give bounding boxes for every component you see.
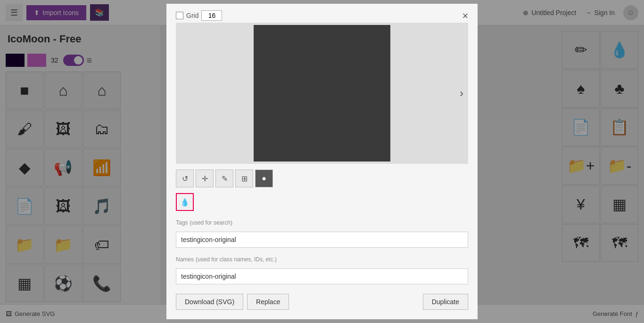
grid-control: Grid (176, 10, 222, 21)
chevron-right-icon: › (460, 87, 463, 99)
color-swatch-button[interactable]: 💧 (176, 193, 194, 211)
color-tool-button[interactable]: ● (255, 170, 273, 187)
drop-icon: 💧 (180, 198, 190, 207)
reset-tool-button[interactable]: ↺ (176, 170, 194, 187)
replace-label: Replace (256, 298, 280, 306)
modal-actions: Download (SVG) Replace Duplicate (176, 294, 468, 310)
edit-tool-button[interactable]: ✎ (215, 170, 233, 187)
grid-value-input[interactable] (201, 10, 222, 21)
names-label: Names (used for class names, IDs, etc.) (176, 255, 468, 263)
color-fill-icon: ● (262, 174, 266, 183)
color-sub-row: 💧 (176, 193, 468, 211)
modal-overlay: Grid × › ↺ ✛ ✎ ⊞ ● 💧 (0, 0, 644, 323)
next-icon-button[interactable]: › (460, 87, 463, 100)
tool-buttons: ↺ ✛ ✎ ⊞ ● (176, 170, 468, 187)
icon-edit-modal: Grid × › ↺ ✛ ✎ ⊞ ● 💧 (166, 4, 478, 319)
grid-tool-button[interactable]: ⊞ (235, 170, 253, 187)
duplicate-button[interactable]: Duplicate (423, 294, 468, 310)
move-tool-button[interactable]: ✛ (196, 170, 214, 187)
grid-label: Grid (186, 12, 198, 19)
grid-checkbox[interactable] (176, 12, 183, 19)
duplicate-label: Duplicate (432, 298, 459, 306)
download-svg-button[interactable]: Download (SVG) (176, 294, 243, 310)
download-svg-label: Download (SVG) (185, 298, 234, 306)
icon-preview-canvas (254, 25, 390, 162)
tags-input[interactable] (176, 232, 468, 248)
names-input[interactable] (176, 268, 468, 284)
close-icon: × (462, 10, 469, 22)
modal-close-button[interactable]: × (459, 9, 472, 23)
tags-label: Tags (used for search) (176, 218, 468, 226)
icon-preview-area: › (176, 23, 468, 164)
replace-button[interactable]: Replace (247, 294, 289, 310)
